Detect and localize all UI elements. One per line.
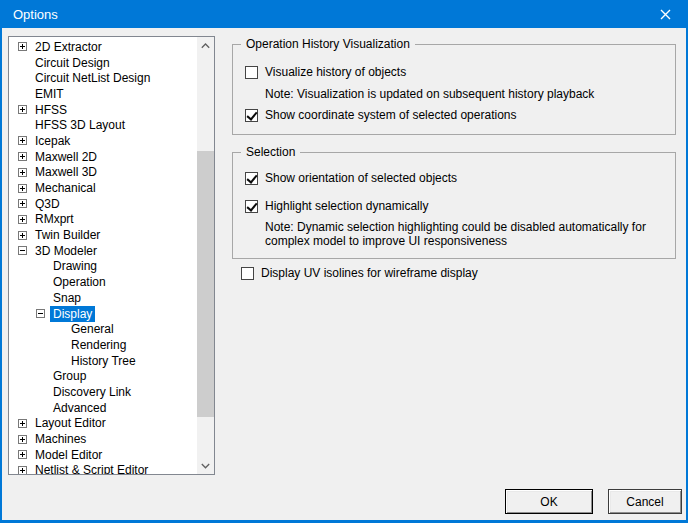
tree-expander-icon[interactable]: [18, 152, 27, 161]
tree-item-icepak[interactable]: Icepak: [9, 133, 197, 149]
tree-item-discovery-link[interactable]: Discovery Link: [9, 384, 197, 400]
tree-item-label[interactable]: Snap: [50, 290, 84, 306]
tree-item-label[interactable]: Operation: [50, 274, 109, 290]
tree-expander-icon[interactable]: [18, 199, 27, 208]
tree-expander-icon[interactable]: [18, 450, 27, 459]
tree-item-circuit-netlist-design[interactable]: Circuit NetList Design: [9, 70, 197, 86]
tree-item-emit[interactable]: EMIT: [9, 86, 197, 102]
show-coordinate-checkbox-row[interactable]: Show coordinate system of selected opera…: [245, 108, 516, 122]
checkbox-label[interactable]: Show orientation of selected objects: [265, 171, 457, 185]
checkbox-icon[interactable]: [245, 200, 258, 213]
highlight-selection-checkbox-row[interactable]: Highlight selection dynamically: [245, 199, 428, 213]
tree-item-label[interactable]: RMxprt: [32, 211, 77, 227]
tree-item-label[interactable]: Q3D: [32, 196, 63, 212]
tree-item-label[interactable]: Circuit Design: [32, 55, 113, 71]
tree-item-rendering[interactable]: Rendering: [9, 337, 197, 353]
tree-item-model-editor[interactable]: Model Editor: [9, 447, 197, 463]
tree-item-label[interactable]: Mechanical: [32, 180, 99, 196]
checkbox-label[interactable]: Display UV isolines for wireframe displa…: [261, 266, 478, 280]
tree-expander-icon[interactable]: [18, 231, 27, 240]
checkbox-label[interactable]: Visualize history of objects: [265, 65, 406, 79]
tree-expander-icon[interactable]: [18, 435, 27, 444]
tree-item-maxwell-2d[interactable]: Maxwell 2D: [9, 149, 197, 165]
options-dialog: Options 2D Extractor Circuit Design Circ…: [0, 0, 688, 523]
tree-item-label[interactable]: Layout Editor: [32, 415, 109, 431]
tree-expander-icon[interactable]: [36, 309, 45, 318]
options-tree[interactable]: 2D Extractor Circuit Design Circuit NetL…: [8, 36, 215, 475]
ok-button[interactable]: OK: [505, 489, 593, 514]
tree-expander-icon[interactable]: [18, 215, 27, 224]
tree-item-label[interactable]: Advanced: [50, 400, 109, 416]
tree-item-hfss[interactable]: HFSS: [9, 102, 197, 118]
tree-scrollbar[interactable]: [197, 37, 214, 474]
tree-item-label[interactable]: General: [68, 321, 117, 337]
tree-expander-icon[interactable]: [18, 168, 27, 177]
tree-item-label[interactable]: 2D Extractor: [32, 39, 105, 55]
tree-item-label[interactable]: Maxwell 3D: [32, 164, 100, 180]
tree-item-rmxprt[interactable]: RMxprt: [9, 212, 197, 228]
tree-item-label[interactable]: Drawing: [50, 258, 100, 274]
tree-item-label[interactable]: Maxwell 2D: [32, 149, 100, 165]
checkbox-icon[interactable]: [245, 172, 258, 185]
tree-item-netlist-script-editor[interactable]: Netlist & Script Editor: [9, 463, 197, 475]
tree-item-layout-editor[interactable]: Layout Editor: [9, 416, 197, 432]
tree-item-label[interactable]: Rendering: [68, 337, 129, 353]
tree-item-twin-builder[interactable]: Twin Builder: [9, 227, 197, 243]
tree-expander-icon[interactable]: [18, 246, 27, 255]
tree-item-general[interactable]: General: [9, 321, 197, 337]
tree-item-circuit-design[interactable]: Circuit Design: [9, 55, 197, 71]
tree-item-advanced[interactable]: Advanced: [9, 400, 197, 416]
checkbox-icon[interactable]: [241, 267, 254, 280]
tree-item-history-tree[interactable]: History Tree: [9, 353, 197, 369]
tree-item-label[interactable]: Group: [50, 368, 89, 384]
tree-item-q3d[interactable]: Q3D: [9, 196, 197, 212]
tree-item-drawing[interactable]: Drawing: [9, 259, 197, 275]
display-uv-isolines-checkbox-row[interactable]: Display UV isolines for wireframe displa…: [241, 266, 478, 280]
tree-item-label[interactable]: HFSS: [32, 102, 70, 118]
close-button[interactable]: [642, 0, 688, 28]
scrollbar-thumb[interactable]: [197, 151, 214, 417]
window-title: Options: [0, 7, 58, 22]
tree-item-snap[interactable]: Snap: [9, 290, 197, 306]
tree-item-operation[interactable]: Operation: [9, 274, 197, 290]
tree-expander-icon[interactable]: [18, 466, 27, 475]
tree-expander-icon[interactable]: [18, 105, 27, 114]
checkbox-label[interactable]: Highlight selection dynamically: [265, 199, 428, 213]
tree-item-label[interactable]: Display: [50, 306, 95, 322]
tree-item-2d-extractor[interactable]: 2D Extractor: [9, 39, 197, 55]
tree-item-machines[interactable]: Machines: [9, 431, 197, 447]
chevron-up-icon: [201, 43, 210, 49]
tree-item-mechanical[interactable]: Mechanical: [9, 180, 197, 196]
show-orientation-checkbox-row[interactable]: Show orientation of selected objects: [245, 171, 457, 185]
tree-expander-icon[interactable]: [18, 419, 27, 428]
checkbox-icon[interactable]: [245, 66, 258, 79]
checkbox-icon[interactable]: [245, 109, 258, 122]
tree-item-label[interactable]: Machines: [32, 431, 89, 447]
tree-item-hfss-3d-layout[interactable]: HFSS 3D Layout: [9, 117, 197, 133]
tree-item-label[interactable]: Twin Builder: [32, 227, 103, 243]
scroll-down-button[interactable]: [197, 457, 214, 474]
tree-item-label[interactable]: Icepak: [32, 133, 73, 149]
tree-expander-icon[interactable]: [18, 184, 27, 193]
tree-item-maxwell-3d[interactable]: Maxwell 3D: [9, 165, 197, 181]
group-title: Operation History Visualization: [241, 37, 415, 52]
tree-item-label[interactable]: Circuit NetList Design: [32, 70, 153, 86]
tree-item-group[interactable]: Group: [9, 368, 197, 384]
tree-expander-icon[interactable]: [18, 136, 27, 145]
tree-item-display[interactable]: Display: [9, 306, 197, 322]
tree-item-label[interactable]: Model Editor: [32, 447, 105, 463]
checkbox-label[interactable]: Show coordinate system of selected opera…: [265, 108, 516, 122]
tree-expander-icon[interactable]: [18, 42, 27, 51]
tree-item-label[interactable]: Netlist & Script Editor: [32, 462, 151, 475]
window-border: [0, 28, 2, 523]
tree-item-label[interactable]: EMIT: [32, 86, 67, 102]
tree-item-label[interactable]: HFSS 3D Layout: [32, 117, 128, 133]
cancel-button[interactable]: Cancel: [608, 489, 682, 514]
visualize-history-checkbox-row[interactable]: Visualize history of objects: [245, 65, 406, 79]
tree-item-label[interactable]: Discovery Link: [50, 384, 134, 400]
tree-item-label[interactable]: History Tree: [68, 353, 139, 369]
tree-item-label[interactable]: 3D Modeler: [32, 243, 100, 259]
tree-item-3d-modeler[interactable]: 3D Modeler: [9, 243, 197, 259]
scroll-up-button[interactable]: [197, 37, 214, 54]
title-bar: Options: [0, 0, 688, 28]
